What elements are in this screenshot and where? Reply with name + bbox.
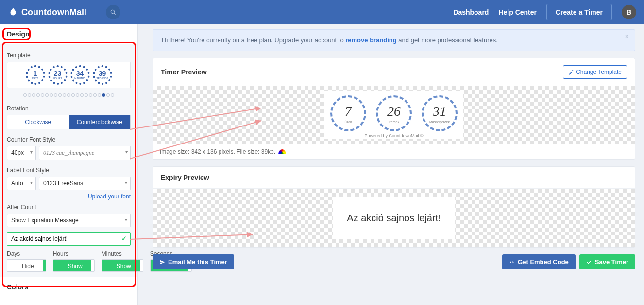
expiry-preview-title: Expiry Preview bbox=[161, 174, 209, 181]
rotation-counterclockwise[interactable]: Counterclockwise bbox=[69, 115, 131, 129]
minutes-toggle[interactable]: Show bbox=[102, 259, 143, 272]
expiry-message-input[interactable] bbox=[7, 232, 131, 246]
after-count-label: After Count bbox=[7, 204, 131, 211]
counter-font-label: Counter Font Style bbox=[7, 136, 131, 143]
avatar[interactable]: B bbox=[622, 5, 636, 19]
brand-name: CountdownMail bbox=[21, 7, 86, 18]
search-icon bbox=[110, 9, 117, 16]
magic-wand-icon bbox=[568, 69, 574, 75]
counter-size-select[interactable]: 40px bbox=[7, 146, 36, 160]
timer-minutes: 26Percek bbox=[376, 95, 412, 131]
nav-help[interactable]: Help Center bbox=[498, 8, 537, 16]
svg-point-0 bbox=[111, 10, 114, 13]
rotation-clockwise[interactable]: Clockwise bbox=[7, 115, 69, 129]
upload-font-link[interactable]: Upload your font bbox=[7, 193, 131, 200]
remove-branding-link[interactable]: remove branding bbox=[345, 36, 396, 44]
brand-logo[interactable]: CountdownMail bbox=[8, 7, 86, 18]
save-timer-button[interactable]: Save Timer bbox=[579, 254, 635, 269]
svg-line-1 bbox=[114, 13, 116, 15]
flame-icon bbox=[8, 7, 18, 18]
tab-colors[interactable]: Colors bbox=[0, 277, 137, 297]
notice-post: and get more professional features. bbox=[397, 36, 498, 44]
timer-preview-area: 7Órák 26Percek 31Másodpercek Powered by … bbox=[153, 86, 635, 144]
email-timer-button[interactable]: Email Me this Timer bbox=[153, 254, 234, 269]
notice-pre: Hi there! You're currently on a free pla… bbox=[162, 36, 345, 44]
timer-image: 7Órák 26Percek 31Másodpercek Powered by … bbox=[324, 91, 463, 139]
hours-toggle[interactable]: Show bbox=[53, 259, 95, 272]
main-content: Hi there! You're currently on a free pla… bbox=[138, 24, 644, 305]
mini-timer-minutes: 34MINUTES bbox=[70, 65, 90, 85]
sidebar: Design Template 1DAYS 23HOURS 34MINUTES … bbox=[0, 24, 138, 305]
minutes-label: Minutes bbox=[102, 251, 143, 257]
label-font-label: Label Font Style bbox=[7, 167, 131, 174]
nav-dashboard[interactable]: Dashboard bbox=[453, 8, 489, 16]
days-toggle[interactable]: Hide bbox=[7, 259, 46, 272]
days-label: Days bbox=[7, 251, 46, 257]
action-bar: Email Me this Timer Get Embed Code Save … bbox=[153, 254, 635, 269]
create-timer-button[interactable]: Create a Timer bbox=[546, 4, 612, 20]
timer-preview-title: Timer Preview bbox=[161, 68, 207, 76]
timer-seconds: 31Másodpercek bbox=[422, 95, 458, 131]
mini-timer-hours: 23HOURS bbox=[48, 65, 68, 85]
unit-toggles: Days Hide Hours Show Minutes Show Second… bbox=[7, 248, 131, 272]
search-button[interactable] bbox=[106, 5, 120, 19]
image-info: Image size: 342 x 136 pixels. File size:… bbox=[153, 144, 635, 159]
template-label: Template bbox=[7, 52, 131, 59]
hours-label: Hours bbox=[53, 251, 95, 257]
mini-timer-seconds: 39SECONDS bbox=[93, 65, 112, 85]
top-bar: CountdownMail Dashboard Help Center Crea… bbox=[0, 0, 644, 24]
top-right: Dashboard Help Center Create a Timer B bbox=[453, 4, 636, 20]
timer-preview-panel: Timer Preview Change Template 7Órák 26Pe… bbox=[153, 58, 635, 160]
label-size-select[interactable]: Auto bbox=[7, 177, 36, 190]
timer-hours: 7Órák bbox=[330, 95, 366, 131]
expiry-preview-area: Az akció sajnos lejárt! bbox=[153, 189, 635, 247]
template-pager[interactable] bbox=[7, 91, 131, 98]
rotation-label: Rotation bbox=[7, 105, 131, 112]
tab-design[interactable]: Design bbox=[0, 24, 137, 44]
counter-font-select[interactable]: 0123 cac_champagne bbox=[39, 146, 131, 160]
change-template-button[interactable]: Change Template bbox=[563, 65, 627, 79]
label-font-select[interactable]: 0123 FreeSans bbox=[39, 177, 131, 190]
close-icon[interactable]: × bbox=[625, 33, 629, 40]
rotation-toggle: Clockwise Counterclockwise bbox=[7, 115, 131, 129]
rainbow-icon bbox=[278, 149, 286, 154]
check-icon bbox=[586, 259, 592, 265]
upgrade-notice: Hi there! You're currently on a free pla… bbox=[153, 29, 635, 51]
after-count-select[interactable]: Show Expiration Message bbox=[7, 214, 131, 227]
get-embed-button[interactable]: Get Embed Code bbox=[502, 254, 576, 269]
design-panel: Template 1DAYS 23HOURS 34MINUTES 39SECON… bbox=[0, 44, 137, 277]
code-icon bbox=[509, 259, 515, 265]
send-icon bbox=[159, 259, 165, 265]
expiry-preview-panel: Expiry Preview Az akció sajnos lejárt! bbox=[153, 166, 635, 248]
check-icon: ✓ bbox=[121, 235, 127, 242]
expiry-image: Az akció sajnos lejárt! bbox=[333, 197, 454, 239]
mini-timer-days: 1DAYS bbox=[26, 65, 45, 85]
template-thumbnail[interactable]: 1DAYS 23HOURS 34MINUTES 39SECONDS bbox=[7, 62, 131, 88]
powered-by: Powered by CountdownMail © bbox=[330, 133, 458, 138]
